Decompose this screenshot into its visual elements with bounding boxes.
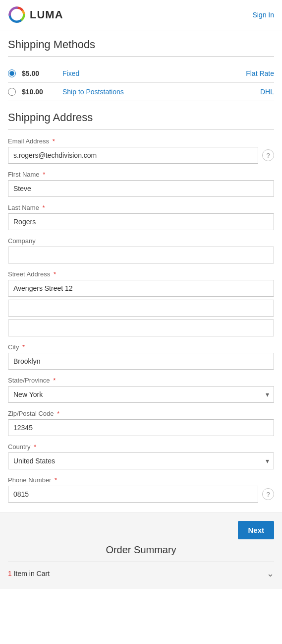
shipping-methods-divider — [8, 56, 274, 57]
phone-input[interactable] — [8, 486, 258, 503]
company-label: Company — [8, 237, 274, 245]
city-group: City * — [8, 343, 274, 370]
city-input[interactable] — [8, 353, 274, 370]
country-group: Country * United States Germany United K… — [8, 443, 274, 469]
state-label: State/Province * — [8, 377, 274, 384]
sign-in-link[interactable]: Sign In — [252, 11, 274, 19]
country-select-wrapper: United States Germany United Kingdom Fra… — [8, 452, 274, 469]
email-row: ? — [8, 147, 274, 164]
zip-label: Zip/Postal Code * — [8, 410, 274, 417]
cart-label: 1 Item in Cart — [8, 570, 50, 578]
email-required: * — [51, 137, 55, 145]
main-content: Shipping Methods $5.00 Fixed Flat Rate $… — [0, 30, 282, 503]
state-required: * — [52, 377, 56, 384]
street-input-2[interactable] — [8, 300, 274, 317]
method-name-2: Ship to Poststations — [62, 88, 228, 96]
company-group: Company — [8, 237, 274, 263]
method-price-1: $5.00 — [22, 69, 56, 77]
cart-row[interactable]: 1 Item in Cart ⌄ — [8, 562, 274, 581]
email-help-icon[interactable]: ? — [262, 149, 274, 161]
logo-text: LUMA — [30, 8, 63, 21]
city-required: * — [20, 343, 25, 351]
phone-group: Phone Number * ? — [8, 476, 274, 503]
zip-required: * — [56, 410, 60, 417]
method-name-1: Fixed — [62, 69, 228, 77]
shipping-method-radio-2[interactable] — [8, 88, 16, 96]
shipping-method-row-2: $10.00 Ship to Poststations DHL — [8, 83, 274, 101]
shipping-address-title: Shipping Address — [8, 111, 274, 124]
last-name-label: Last Name * — [8, 204, 274, 211]
email-group: Email Address * ? — [8, 137, 274, 164]
shipping-methods-title: Shipping Methods — [8, 38, 274, 51]
zip-group: Zip/Postal Code * — [8, 410, 274, 436]
phone-required: * — [53, 476, 57, 484]
method-carrier-1: Flat Rate — [234, 69, 274, 77]
country-required: * — [32, 443, 37, 451]
street-label: Street Address * — [8, 270, 274, 278]
country-label: Country * — [8, 443, 274, 451]
shipping-method-radio-1[interactable] — [8, 69, 16, 77]
country-select[interactable]: United States Germany United Kingdom Fra… — [8, 452, 274, 469]
shipping-method-row-1: $5.00 Fixed Flat Rate — [8, 64, 274, 83]
company-input[interactable] — [8, 247, 274, 263]
next-button[interactable]: Next — [238, 521, 274, 539]
order-summary-title: Order Summary — [8, 544, 274, 556]
method-carrier-2: DHL — [234, 88, 274, 96]
shipping-address-section: Shipping Address Email Address * ? First… — [8, 111, 274, 503]
state-select[interactable]: New York California Texas Florida — [8, 386, 274, 403]
street-required: * — [52, 270, 56, 278]
street-group: Street Address * — [8, 270, 274, 336]
last-name-required: * — [41, 204, 45, 211]
phone-help-icon[interactable]: ? — [262, 488, 274, 500]
first-name-input[interactable] — [8, 180, 274, 197]
phone-row: ? — [8, 486, 274, 503]
cart-label-text: Item in Cart — [14, 570, 50, 578]
first-name-group: First Name * — [8, 171, 274, 197]
cart-chevron-icon[interactable]: ⌄ — [267, 568, 274, 579]
luma-logo-icon — [8, 6, 26, 24]
logo-area: LUMA — [8, 6, 63, 24]
email-label: Email Address * — [8, 137, 274, 145]
street-input-3[interactable] — [8, 320, 274, 336]
first-name-required: * — [41, 171, 46, 178]
header: LUMA Sign In — [0, 0, 282, 30]
last-name-input[interactable] — [8, 213, 274, 230]
last-name-group: Last Name * — [8, 204, 274, 230]
state-group: State/Province * New York California Tex… — [8, 377, 274, 403]
shipping-address-divider — [8, 129, 274, 129]
first-name-label: First Name * — [8, 171, 274, 178]
street-input-1[interactable] — [8, 280, 274, 297]
order-summary-footer: Next Order Summary 1 Item in Cart ⌄ — [0, 513, 282, 589]
method-price-2: $10.00 — [22, 88, 56, 96]
phone-label: Phone Number * — [8, 476, 274, 484]
order-summary-header: Next — [8, 521, 274, 539]
city-label: City * — [8, 343, 274, 351]
email-input[interactable] — [8, 147, 258, 164]
zip-input[interactable] — [8, 419, 274, 436]
cart-count: 1 — [8, 570, 12, 578]
state-select-wrapper: New York California Texas Florida — [8, 386, 274, 403]
